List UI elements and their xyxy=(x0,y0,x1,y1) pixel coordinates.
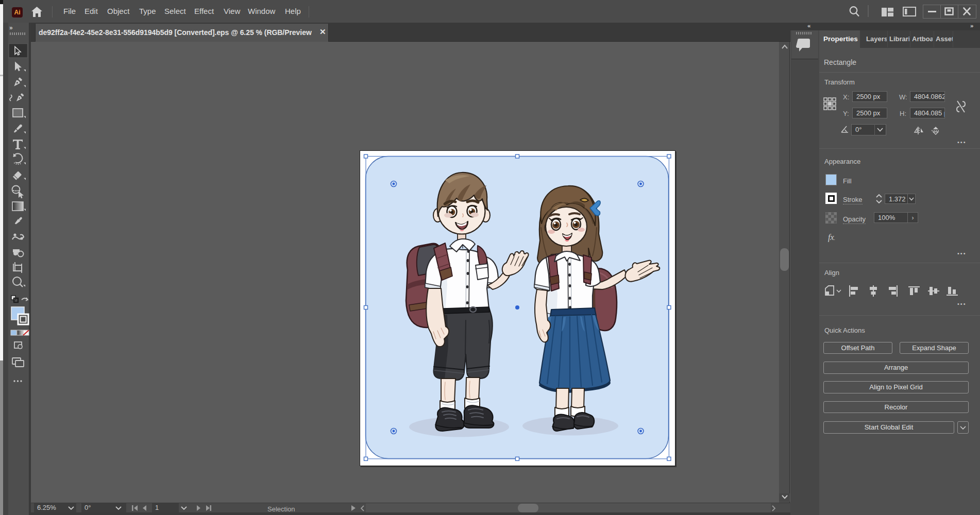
svg-text:»: » xyxy=(9,24,13,31)
